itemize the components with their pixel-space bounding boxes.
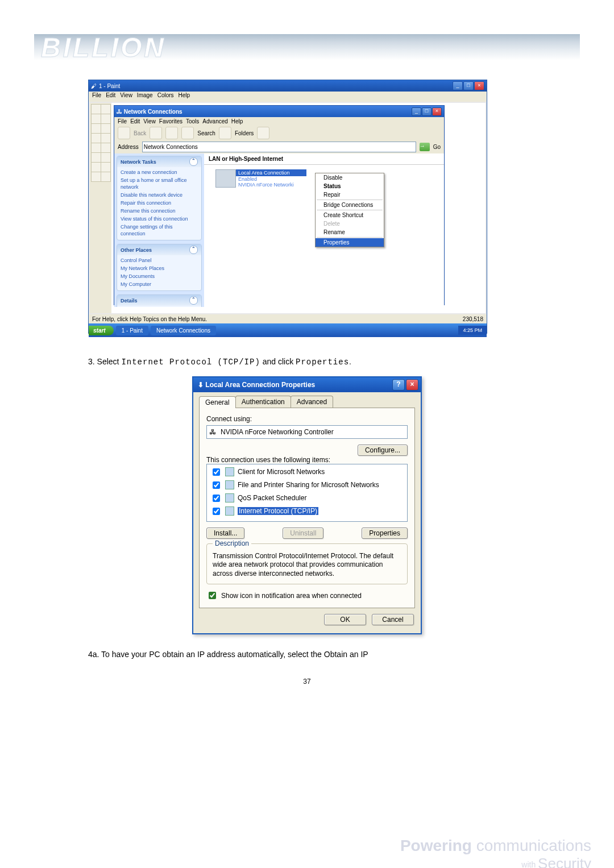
show-icon-row[interactable]: Show icon in notification area when conn…	[206, 590, 408, 601]
task-change-settings[interactable]: Change settings of this connection	[119, 223, 199, 238]
ctx-rename[interactable]: Rename	[316, 228, 384, 236]
ctx-shortcut[interactable]: Create Shortcut	[316, 211, 384, 219]
nc-titlebar: 🖧 Network Connections _ □ ×	[114, 106, 444, 117]
item-tcpip-check[interactable]	[213, 508, 220, 515]
ctx-status[interactable]: Status	[316, 182, 384, 190]
paint-menu-image[interactable]: Image	[137, 92, 153, 101]
paint-menu-colors[interactable]: Colors	[157, 92, 174, 101]
tab-general[interactable]: General	[199, 396, 236, 408]
group-lan: LAN or High-Speed Internet	[204, 153, 444, 165]
tab-advanced[interactable]: Advanced	[291, 396, 333, 408]
item-qos[interactable]: QoS Packet Scheduler	[208, 492, 406, 505]
properties-button[interactable]: Properties	[362, 528, 408, 539]
task-rename[interactable]: Rename this connection	[119, 207, 199, 215]
address-label: Address	[118, 144, 139, 150]
go-button[interactable]: →	[420, 143, 430, 151]
item-qos-check[interactable]	[213, 495, 220, 502]
collapse-icon[interactable]: ⌃	[189, 246, 198, 254]
task-repair[interactable]: Repair this connection	[119, 199, 199, 207]
paint-menubar[interactable]: File Edit View Image Colors Help	[89, 92, 487, 102]
tcpip-icon	[225, 506, 234, 516]
cancel-button[interactable]: Cancel	[372, 614, 414, 625]
paint-menu-edit[interactable]: Edit	[106, 92, 115, 101]
views-button[interactable]	[257, 127, 269, 139]
network-tasks-title: Network Tasks	[121, 159, 156, 165]
paint-max-button[interactable]: □	[463, 81, 474, 90]
paint-titlebar: 🖌 1 - Paint _ □ ×	[89, 80, 487, 92]
nc-close-button[interactable]: ×	[432, 107, 442, 116]
collapse-icon[interactable]: ⌃	[189, 296, 198, 305]
nc-menu-help[interactable]: Help	[231, 118, 243, 124]
up-button[interactable]	[165, 127, 178, 139]
nc-menu-tools[interactable]: Tools	[186, 118, 199, 124]
details-title: Details	[121, 298, 138, 304]
nc-menu-advanced[interactable]: Advanced	[202, 118, 227, 124]
system-tray[interactable]: 4:25 PM	[458, 326, 487, 335]
task-create-connection[interactable]: Create a new connection	[119, 168, 199, 176]
nc-max-button[interactable]: □	[422, 107, 432, 116]
item-client[interactable]: Client for Microsoft Networks	[208, 466, 406, 479]
context-menu: Disable Status Repair Bridge Connections…	[315, 173, 384, 247]
item-client-check[interactable]	[213, 468, 220, 476]
lacp-icon: ⬇	[198, 381, 204, 389]
tab-authentication[interactable]: Authentication	[235, 396, 291, 408]
nc-menu-favorites[interactable]: Favorites	[159, 118, 182, 124]
ctx-properties[interactable]: Properties	[316, 238, 384, 247]
nc-menu-file[interactable]: File	[118, 118, 127, 124]
task-setup-network[interactable]: Set up a home or small office network	[119, 176, 199, 191]
ctx-bridge[interactable]: Bridge Connections	[316, 201, 384, 209]
start-button[interactable]: start	[89, 326, 114, 335]
task-disable-device[interactable]: Disable this network device	[119, 191, 199, 199]
link-my-computer[interactable]: My Computer	[119, 280, 199, 288]
help-button[interactable]: ?	[392, 379, 405, 391]
configure-button[interactable]: Configure...	[358, 445, 408, 456]
paint-menu-view[interactable]: View	[120, 92, 132, 101]
close-button[interactable]: ×	[406, 379, 418, 391]
items-listbox[interactable]: Client for Microsoft Networks File and P…	[206, 464, 408, 522]
search-button[interactable]	[181, 127, 194, 139]
item-tcpip[interactable]: Internet Protocol (TCP/IP)	[208, 505, 406, 518]
paint-toolbox[interactable]	[90, 103, 111, 313]
nc-min-button[interactable]: _	[412, 107, 421, 116]
back-button[interactable]	[118, 127, 130, 139]
lan-connection-item[interactable]: Local Area Connection Enabled NVIDIA nFo…	[215, 169, 306, 188]
ctx-repair[interactable]: Repair	[316, 190, 384, 199]
taskbar-item-paint[interactable]: 1 - Paint	[116, 326, 148, 335]
task-view-status[interactable]: View status of this connection	[119, 215, 199, 223]
nc-menu-view[interactable]: View	[143, 118, 156, 124]
uses-label: This connection uses the following items…	[206, 456, 408, 464]
details-panel: Details⌃ Local Area Connection LAN or Hi…	[117, 294, 202, 307]
install-button[interactable]: Install...	[206, 528, 244, 539]
paint-min-button[interactable]: _	[453, 81, 463, 90]
client-icon	[225, 467, 234, 476]
nc-menu-edit[interactable]: Edit	[130, 118, 140, 124]
nc-menubar[interactable]: File Edit View Favorites Tools Advanced …	[114, 117, 444, 126]
fps-icon	[225, 480, 234, 489]
show-icon-checkbox[interactable]	[209, 592, 216, 599]
link-my-network-places[interactable]: My Network Places	[119, 264, 199, 272]
ctx-disable[interactable]: Disable	[316, 173, 384, 182]
paint-icon: 🖌	[91, 83, 97, 89]
paint-menu-file[interactable]: File	[92, 92, 101, 101]
network-tasks-panel: Network Tasks⌃ Create a new connection S…	[117, 156, 202, 240]
description-legend: Description	[213, 539, 251, 547]
paint-close-button[interactable]: ×	[474, 81, 484, 90]
link-control-panel[interactable]: Control Panel	[119, 256, 199, 264]
other-places-panel: Other Places⌃ Control Panel My Network P…	[117, 244, 202, 291]
address-input[interactable]	[142, 142, 416, 152]
description-group: Description Transmission Control Protoco…	[206, 543, 408, 585]
network-connections-window: 🖧 Network Connections _ □ × File Edit Vi…	[114, 105, 445, 305]
folders-button[interactable]	[219, 127, 231, 139]
instruction-step4a: 4a. To have your PC obtain an IP address…	[88, 649, 532, 661]
nc-addressbar: Address → Go	[114, 140, 444, 153]
item-file-printer[interactable]: File and Printer Sharing for Microsoft N…	[208, 479, 406, 492]
taskbar-item-nc[interactable]: Network Connections	[151, 326, 216, 335]
paint-menu-help[interactable]: Help	[179, 92, 190, 101]
collapse-icon[interactable]: ⌃	[189, 157, 198, 166]
item-fps-check[interactable]	[213, 481, 220, 489]
back-label: Back	[134, 130, 146, 136]
ok-button[interactable]: OK	[324, 614, 366, 625]
ctx-delete: Delete	[316, 219, 384, 228]
link-my-documents[interactable]: My Documents	[119, 272, 199, 280]
forward-button[interactable]	[150, 127, 162, 139]
